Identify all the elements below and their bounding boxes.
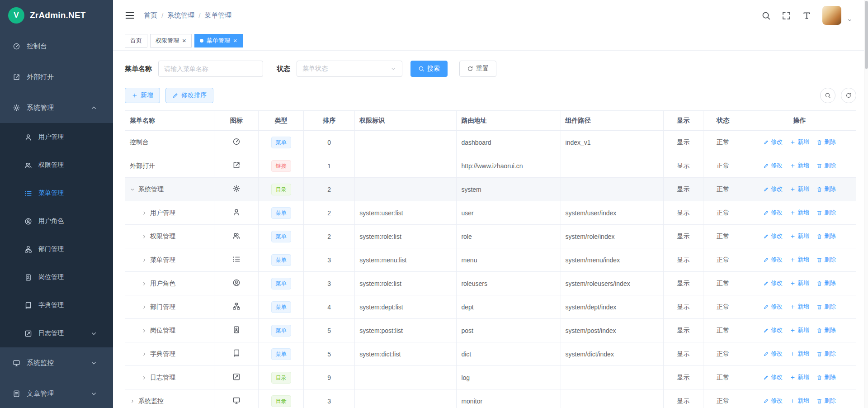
edit-button[interactable]: 修改 bbox=[763, 138, 783, 146]
chevron-right-icon[interactable] bbox=[142, 351, 147, 357]
search-icon[interactable] bbox=[761, 11, 771, 20]
add-row-button[interactable]: 新增 bbox=[790, 326, 809, 334]
add-row-button[interactable]: 新增 bbox=[790, 161, 809, 170]
status-cell: 正常 bbox=[703, 154, 743, 178]
sidebar-item-post[interactable]: 岗位管理 bbox=[0, 263, 113, 291]
component-cell: system/dict/index bbox=[561, 342, 663, 366]
sidebar-item-monitor[interactable]: 系统监控 bbox=[0, 347, 113, 378]
refresh-icon bbox=[845, 92, 852, 99]
delete-button[interactable]: 删除 bbox=[816, 373, 836, 381]
sidebar-item-role[interactable]: 权限管理 bbox=[0, 151, 113, 179]
delete-button[interactable]: 删除 bbox=[816, 161, 836, 170]
permission-cell bbox=[355, 366, 457, 389]
permission-cell bbox=[355, 154, 457, 178]
pen-icon bbox=[763, 139, 769, 145]
add-row-button[interactable]: 新增 bbox=[790, 373, 809, 381]
modify-sort-button[interactable]: 修改排序 bbox=[165, 88, 213, 103]
menu-name-input[interactable] bbox=[158, 61, 263, 77]
sidebar-item-log[interactable]: 日志管理 bbox=[0, 319, 113, 347]
chevron-right-icon[interactable] bbox=[142, 210, 147, 216]
sidebar-item-dict[interactable]: 字典管理 bbox=[0, 291, 113, 319]
delete-button[interactable]: 删除 bbox=[816, 232, 836, 240]
hamburger-icon[interactable] bbox=[125, 10, 135, 20]
delete-button[interactable]: 删除 bbox=[816, 279, 836, 287]
page-scrollbar[interactable] bbox=[864, 0, 868, 408]
edit-button[interactable]: 修改 bbox=[763, 232, 783, 240]
add-row-button[interactable]: 新增 bbox=[790, 350, 809, 358]
add-row-button[interactable]: 新增 bbox=[790, 185, 809, 193]
delete-button[interactable]: 删除 bbox=[816, 209, 836, 217]
delete-button[interactable]: 删除 bbox=[816, 397, 836, 405]
sidebar-item-user[interactable]: 用户管理 bbox=[0, 123, 113, 151]
edit-button[interactable]: 修改 bbox=[763, 373, 783, 381]
tab-close-icon[interactable]: × bbox=[233, 37, 237, 44]
delete-button[interactable]: 删除 bbox=[816, 350, 836, 358]
visible-cell: 显示 bbox=[663, 366, 703, 389]
sidebar-item-system[interactable]: 系统管理 bbox=[0, 92, 113, 123]
sidebar-item-label: 岗位管理 bbox=[38, 273, 64, 281]
chevron-down-icon[interactable] bbox=[130, 187, 135, 192]
plus-icon bbox=[790, 139, 796, 145]
edit-button[interactable]: 修改 bbox=[763, 350, 783, 358]
edit-button[interactable]: 修改 bbox=[763, 326, 783, 334]
sidebar-item-menu[interactable]: 菜单管理 bbox=[0, 179, 113, 207]
show-search-button[interactable] bbox=[820, 88, 835, 103]
op-label: 新增 bbox=[797, 303, 809, 311]
edit-button[interactable]: 修改 bbox=[763, 303, 783, 311]
user-avatar[interactable] bbox=[822, 6, 841, 25]
edit-button[interactable]: 修改 bbox=[763, 397, 783, 405]
add-row-button[interactable]: 新增 bbox=[790, 256, 809, 264]
add-row-button[interactable]: 新增 bbox=[790, 209, 809, 217]
chevron-right-icon[interactable] bbox=[142, 257, 147, 263]
sidebar-item-label: 外部打开 bbox=[27, 73, 54, 81]
delete-button[interactable]: 删除 bbox=[816, 326, 836, 334]
sort-cell: 1 bbox=[304, 154, 355, 178]
edit-button[interactable]: 修改 bbox=[763, 256, 783, 264]
reset-button[interactable]: 重置 bbox=[459, 61, 496, 77]
add-row-button[interactable]: 新增 bbox=[790, 303, 809, 311]
delete-button[interactable]: 删除 bbox=[816, 138, 836, 146]
add-row-button[interactable]: 新增 bbox=[790, 397, 809, 405]
column-header-1: 图标 bbox=[214, 111, 259, 131]
chevron-right-icon[interactable] bbox=[142, 375, 147, 380]
refresh-table-button[interactable] bbox=[841, 88, 856, 103]
text-size-icon[interactable] bbox=[802, 11, 811, 20]
tab-menu[interactable]: 菜单管理× bbox=[194, 34, 243, 47]
edit-button[interactable]: 修改 bbox=[763, 279, 783, 287]
delete-button[interactable]: 删除 bbox=[816, 256, 836, 264]
breadcrumb-item[interactable]: 首页 bbox=[144, 11, 157, 20]
add-row-button[interactable]: 新增 bbox=[790, 138, 809, 146]
tab-home[interactable]: 首页 bbox=[125, 34, 147, 47]
scrollbar-thumb[interactable] bbox=[865, 1, 868, 69]
add-row-button[interactable]: 新增 bbox=[790, 279, 809, 287]
search-button[interactable]: 搜索 bbox=[410, 61, 448, 77]
sidebar-item-dept[interactable]: 部门管理 bbox=[0, 235, 113, 263]
op-label: 删除 bbox=[824, 350, 836, 358]
chevron-right-icon[interactable] bbox=[130, 399, 135, 404]
add-row-button[interactable]: 新增 bbox=[790, 232, 809, 240]
add-button[interactable]: 新增 bbox=[125, 88, 160, 103]
edit-button[interactable]: 修改 bbox=[763, 161, 783, 170]
sidebar-item-dashboard[interactable]: 控制台 bbox=[0, 31, 113, 62]
chevron-right-icon[interactable] bbox=[142, 281, 147, 286]
chevron-right-icon[interactable] bbox=[142, 304, 147, 310]
fullscreen-icon[interactable] bbox=[782, 11, 791, 20]
edit-button[interactable]: 修改 bbox=[763, 209, 783, 217]
sidebar-item-article[interactable]: 文章管理 bbox=[0, 378, 113, 408]
type-tag: 菜单 bbox=[271, 301, 291, 313]
monitor-icon bbox=[13, 359, 20, 367]
chevron-down-icon[interactable] bbox=[847, 17, 853, 23]
menu-name-cell: 系统监控 bbox=[125, 389, 214, 408]
chevron-right-icon[interactable] bbox=[142, 328, 147, 333]
status-select[interactable]: 菜单状态 bbox=[297, 61, 402, 77]
tab-close-icon[interactable]: × bbox=[182, 37, 186, 44]
column-header-3: 排序 bbox=[304, 111, 355, 131]
delete-button[interactable]: 删除 bbox=[816, 185, 836, 193]
sidebar-item-external[interactable]: 外部打开 bbox=[0, 62, 113, 92]
breadcrumb-item[interactable]: 系统管理 bbox=[167, 11, 194, 20]
chevron-right-icon[interactable] bbox=[142, 234, 147, 239]
sidebar-item-roleusers[interactable]: 用户角色 bbox=[0, 207, 113, 235]
delete-button[interactable]: 删除 bbox=[816, 303, 836, 311]
tab-role[interactable]: 权限管理× bbox=[150, 34, 192, 47]
edit-button[interactable]: 修改 bbox=[763, 185, 783, 193]
